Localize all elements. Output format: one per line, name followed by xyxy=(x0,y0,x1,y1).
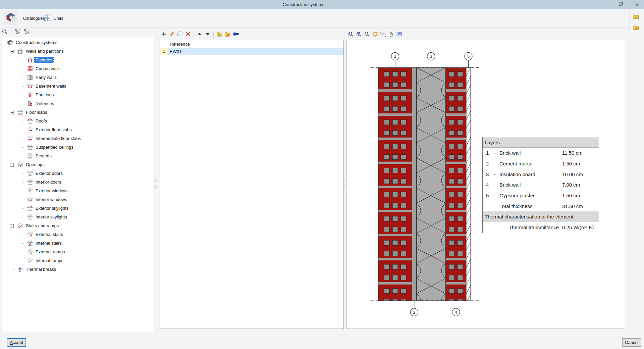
tree-item-label: Floor slabs xyxy=(25,109,48,115)
tree-connector xyxy=(22,104,24,104)
zoom-previous-button[interactable] xyxy=(347,31,355,39)
folder-import-button[interactable] xyxy=(631,13,640,21)
search-icon xyxy=(2,29,8,36)
exterior-windows-icon xyxy=(27,188,33,194)
tree-item-construction-systems[interactable]: Construction systems xyxy=(3,38,152,47)
tree-connector xyxy=(22,217,24,217)
openings-icon xyxy=(17,161,23,168)
cancel-button[interactable]: Cancel xyxy=(622,338,641,347)
tree-item-defences[interactable]: Defences xyxy=(3,99,152,108)
external-stairs-icon xyxy=(27,231,33,238)
layer-thickness: 1.50 cm xyxy=(562,193,599,198)
tree-item-internal-stairs[interactable]: Internal stairs xyxy=(3,239,152,248)
folder-export-button[interactable] xyxy=(223,31,231,39)
tree-item-intermediate-floor-slabs[interactable]: Intermediate floor slabs xyxy=(3,134,152,143)
redraw-button[interactable] xyxy=(371,31,379,39)
svg-text:lb: lb xyxy=(49,19,51,21)
edit-button[interactable] xyxy=(168,31,176,39)
tree-item-label: Exterior doors xyxy=(35,170,64,176)
splitter-left[interactable] xyxy=(154,37,158,331)
tree-item-interior-skylights[interactable]: Interior skylights xyxy=(3,213,152,221)
table-row[interactable]: 1 EW01 xyxy=(160,48,343,55)
tree-item-openings[interactable]: Openings xyxy=(3,160,152,169)
copy-button[interactable] xyxy=(176,31,184,39)
expand-all-button[interactable] xyxy=(14,28,22,36)
tree-item-floor-slabs[interactable]: Floor slabs xyxy=(3,108,152,117)
layers-table-row: 5-Gypsum plaster1.50 cm xyxy=(483,190,599,201)
tree-connector xyxy=(22,191,24,191)
svg-text:m: m xyxy=(45,14,46,16)
tree-connector xyxy=(22,95,24,95)
folder-export-icon xyxy=(224,31,231,38)
list-toolbar xyxy=(160,30,239,39)
wall-layer-brick-4 xyxy=(446,67,466,308)
toolbar-separator xyxy=(213,32,214,38)
callout-number: 2 xyxy=(413,310,415,315)
tree-item-exterior-skylights[interactable]: Exterior skylights xyxy=(3,204,152,213)
tree-item-label: Interior windows xyxy=(35,197,68,202)
tree-item-stairs-and-ramps[interactable]: Stairs and ramps xyxy=(3,221,152,230)
collapse-all-button[interactable] xyxy=(22,28,31,36)
tree-item-suspended-ceilings[interactable]: Suspended ceilings xyxy=(3,143,152,152)
restore-button[interactable] xyxy=(614,0,627,9)
layer-dash: - xyxy=(494,182,499,188)
layer-thickness: 1.50 cm xyxy=(562,161,599,166)
tree-item-interior-doors[interactable]: Interior doors xyxy=(3,178,152,187)
layer-number: 5 xyxy=(486,193,494,198)
zoom-x2-button[interactable]: ×2 xyxy=(363,31,371,39)
svg-text:×2: ×2 xyxy=(365,32,368,35)
tree-item-label: Interior doors xyxy=(35,179,62,185)
screeds-icon xyxy=(27,153,33,159)
partitions-icon xyxy=(27,92,33,98)
tree-item-external-ramps[interactable]: External ramps xyxy=(3,248,152,256)
tree-item-exterior-windows[interactable]: Exterior windows xyxy=(3,187,152,195)
right-strip-divider xyxy=(630,10,630,37)
thermal-breaks-icon xyxy=(17,266,23,272)
tree-item-partitions[interactable]: Partitions xyxy=(3,91,152,99)
folder-export-button[interactable] xyxy=(631,24,640,33)
search-button[interactable] xyxy=(1,28,9,36)
units-button[interactable]: mftkglb Units xyxy=(42,9,65,28)
back-button[interactable] xyxy=(231,31,239,39)
folder-import-button[interactable] xyxy=(215,31,223,39)
layer-name: Gypsum plaster xyxy=(499,193,562,198)
tree-item-roofs[interactable]: Roofs xyxy=(3,117,152,126)
tree-connector xyxy=(22,168,22,217)
layer-thickness: 7.00 cm xyxy=(562,182,599,188)
tree-connector xyxy=(22,130,24,130)
tree-item-thermal-breaks[interactable]: Thermal breaks xyxy=(3,265,152,274)
tree-item-party-walls[interactable]: Party walls xyxy=(3,73,152,82)
tree-item-basement-walls[interactable]: Basement walls xyxy=(3,82,152,91)
interior-windows-icon xyxy=(27,196,33,203)
tree-item-exterior-doors[interactable]: Exterior doors xyxy=(3,169,152,178)
tree-item-curtain-walls[interactable]: Curtain walls xyxy=(3,64,152,73)
accept-button[interactable]: Accept xyxy=(7,338,26,347)
fit-view-button[interactable] xyxy=(395,31,403,39)
delete-button[interactable] xyxy=(184,31,192,39)
pan-button[interactable] xyxy=(387,31,395,39)
roofs-icon xyxy=(27,118,33,124)
callout-number: 5 xyxy=(467,54,470,59)
layers-table-row: 2-Cement mortar1.50 cm xyxy=(483,158,599,169)
move-up-button[interactable] xyxy=(196,31,204,39)
tree-item-interior-windows[interactable]: Interior windows xyxy=(3,195,152,204)
add-button[interactable] xyxy=(160,31,168,39)
collapse-all-icon xyxy=(24,29,30,36)
tree-item-exterior-floor-slabs[interactable]: Exterior floor slabs xyxy=(3,126,152,134)
restore-icon xyxy=(619,2,623,7)
app-logo xyxy=(4,11,17,25)
tree-item-façades[interactable]: Façades xyxy=(3,56,152,64)
layers-rows: Layers1-Brick wall11.50 cm2-Cement morta… xyxy=(483,137,599,233)
view-panel[interactable]: 12345 Layers1-Brick wall11.50 cm2-Cement… xyxy=(346,40,624,329)
layers-table-row: Total thickness31.50 cm xyxy=(483,201,599,211)
tree-item-internal-ramps[interactable]: Internal ramps xyxy=(3,256,152,265)
tree-item-external-stairs[interactable]: External stairs xyxy=(3,230,152,239)
tree-item-screeds[interactable]: Screeds xyxy=(3,152,152,160)
edit-icon xyxy=(169,31,175,38)
zoom-extents-button[interactable] xyxy=(355,31,363,39)
accept-label: Accept xyxy=(9,340,23,345)
move-down-button[interactable] xyxy=(204,31,212,39)
close-button[interactable]: ✕ xyxy=(630,0,644,9)
tree-item-walls-and-partitions[interactable]: Walls and partitions xyxy=(3,47,152,56)
zoom-window-button[interactable] xyxy=(379,31,387,39)
